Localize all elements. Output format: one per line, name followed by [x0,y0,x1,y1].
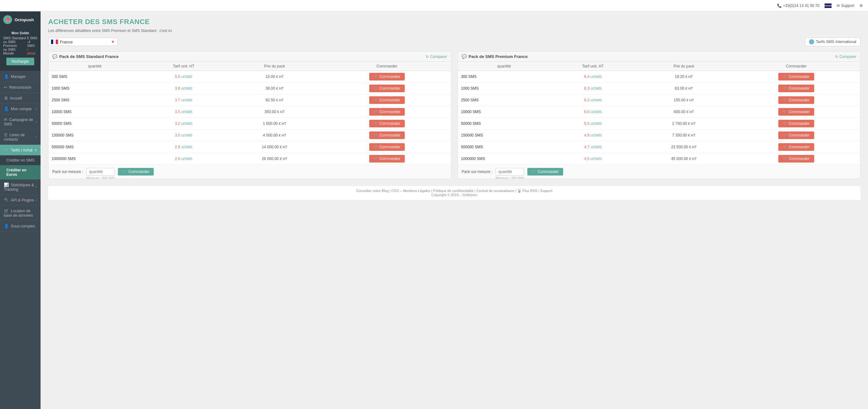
premium-panel: 💬 Pack de SMS Premium France ↻ Comparer … [458,51,861,179]
commander-button[interactable]: 🛒 Commander [369,85,405,92]
prix-cell: 45 000.00 € HT [636,153,732,165]
stats-icon: 📊 [4,183,9,187]
premium-custom-input[interactable] [496,168,524,176]
table-row: 50000 SMS 5.5 ct/SMS 2 750.00 € HT 🛒 Com… [458,118,860,130]
sidebar-item-listes-contacts[interactable]: ☰Listes de contacts › [0,130,40,145]
premium-panel-title-group: 💬 Pack de SMS Premium France [462,54,528,59]
prix-cell: 26 000.00 € HT [226,153,323,165]
chevron-right-icon3: › [36,135,37,139]
api-icon: 🔌 [4,198,9,202]
settings-icon[interactable]: ⚙ [860,3,863,8]
chevron-right-icon: › [36,107,37,111]
qty-cell: 300 SMS [49,71,141,83]
sidebar-item-retrocession[interactable]: ↩Retrocession [0,82,40,93]
col-commander-p: Commander [732,62,860,71]
intl-btn-label: Tarifs SMS International [816,40,856,44]
retrocession-icon: ↩ [4,85,7,90]
sidebar-item-manager[interactable]: 👤Manager [0,71,40,82]
footer-blog-link[interactable]: Consultez notre Blog [356,189,389,193]
footer-cgv-link[interactable]: CGV – Mentions Légales [392,189,430,193]
sidebar-logo: 🐙 Octopush [0,11,40,28]
standard-custom-commander-button[interactable]: 🛒 Commander [118,168,154,176]
page-title: ACHETER DES SMS FRANCE [48,18,860,26]
commander-button[interactable]: 🛒 Commander [778,108,814,116]
sidebar-item-api-plugins[interactable]: 🔌API & Plugins › [0,195,40,206]
recharge-button[interactable]: Recharger [6,58,34,65]
commander-button[interactable]: 🛒 Commander [778,120,814,127]
sidebar: 🐙 Octopush Mon Solde SMS Standard 5 SMS … [0,11,40,409]
sidebar-balance: Mon Solde SMS Standard 5 SMS ou SMS Prem… [0,28,40,71]
detail-link[interactable]: • détail [27,48,37,55]
footer-rss-link[interactable]: Flux RSS [523,189,537,193]
sidebar-item-crediter-sms[interactable]: Créditer en SMS [0,156,40,165]
sidebar-item-mon-compte[interactable]: 👤Mon compte › [0,103,40,114]
standard-compare-label: Comparer [430,55,447,59]
tarifs-label: Tarifs / Achat [11,148,33,152]
footer-politique-link[interactable]: Politique de confidentialité [433,189,473,193]
table-row: 300 SMS 6.4 ct/SMS 19.20 € HT 🛒 Commande… [458,71,860,83]
commander-button[interactable]: 🛒 Commander [369,96,405,104]
commander-button[interactable]: 🛒 Commander [369,73,405,81]
premium-compare-button[interactable]: ↻ Comparer [835,55,856,59]
prix-cell: 2 750.00 € HT [636,118,732,130]
commander-button[interactable]: 🛒 Commander [778,131,814,139]
qty-cell: 150000 SMS [49,130,141,141]
commander-button[interactable]: 🛒 Commander [778,143,814,151]
support-link[interactable]: ✉ Support [837,3,855,8]
standard-custom-input[interactable] [86,168,115,176]
commander-cell: 🛒 Commander [323,83,451,94]
sidebar-item-tarifs-achat[interactable]: 🛒Tarifs / Achat ∨ [0,145,40,156]
location-icon: 🛒 [4,209,9,213]
sidebar-item-statistiques[interactable]: 📊Statistiques & Tracking › [0,180,40,195]
tarif-cell: 6.3 ct/SMS [551,83,636,94]
subtitle: Les différences détaillées entre SMS Pre… [48,29,860,33]
commander-button[interactable]: 🛒 Commander [778,155,814,162]
country-selector[interactable]: France ▼ [48,38,118,46]
qty-cell: 1000 SMS [49,83,141,94]
globe-icon [809,39,814,44]
table-row: 50000 SMS 3.2 ct/SMS 1 600.00 € HT 🛒 Com… [49,118,451,130]
commander-button[interactable]: 🛒 Commander [369,155,405,162]
premium-custom-label: Pack sur-mesure : [462,169,493,174]
dropdown-arrow-icon: ▼ [111,39,115,44]
commander-button[interactable]: 🛒 Commander [369,108,405,116]
sidebar-item-campagne-sms[interactable]: ✉Campagne de SMS › [0,114,40,130]
sidebar-item-location-bdd[interactable]: 🛒Location de base de données [0,206,40,221]
commander-button[interactable]: 🛒 Commander [778,73,814,81]
logo-text: Octopush [14,18,34,22]
uk-flag-icon [825,3,832,8]
prix-cell: 23 500.00 € HT [636,141,732,153]
footer-support-link[interactable]: Support [540,189,553,193]
prix-cell: 19.20 € HT [636,71,732,83]
sidebar-item-accueil[interactable]: 🖥Accueil [0,93,40,103]
commander-button[interactable]: 🛒 Commander [369,120,405,127]
envelope-icon: ✉ [837,3,840,8]
commander-cell: 🛒 Commander [323,106,451,118]
standard-compare-button[interactable]: ↻ Comparer [426,55,447,59]
tarif-cell: 3.8 ct/SMS [141,83,226,94]
france-flag-icon [51,40,58,44]
qty-cell: 2500 SMS [458,94,551,106]
commander-button[interactable]: 🛒 Commander [369,143,405,151]
commander-button[interactable]: 🛒 Commander [369,131,405,139]
sidebar-item-crediter-euros[interactable]: Créditer en Euros [0,165,40,180]
tarif-cell: 5.0 ct/SMS [141,71,226,83]
footer: Consultez notre Blog | CGV – Mentions Lé… [48,185,860,200]
qty-cell: 150000 SMS [458,130,551,141]
language-selector[interactable] [825,3,832,8]
premium-custom-commander-button[interactable]: 🛒 Commander [527,168,563,176]
qty-cell: 2500 SMS [49,94,141,106]
commander-cell: 🛒 Commander [323,141,451,153]
commander-cell: 🛒 Commander [732,141,860,153]
commander-button[interactable]: 🛒 Commander [778,96,814,104]
standard-panel-title: Pack de SMS Standard France [59,54,119,59]
sidebar-item-sous-comptes[interactable]: 👤Sous-comptes [0,221,40,231]
footer-contrat-link[interactable]: Contrat de soustraitance [476,189,514,193]
tarif-cell: 3.2 ct/SMS [141,118,226,130]
standard-panel: 💬 Pack de SMS Standard France ↻ Comparer… [48,51,451,179]
intl-tarifs-button[interactable]: Tarifs SMS International [805,37,860,46]
commander-button[interactable]: 🛒 Commander [778,85,814,92]
prix-cell: 92.50 € HT [226,94,323,106]
commander-cell: 🛒 Commander [732,83,860,94]
sms-standard-label: SMS Standard [3,36,26,40]
